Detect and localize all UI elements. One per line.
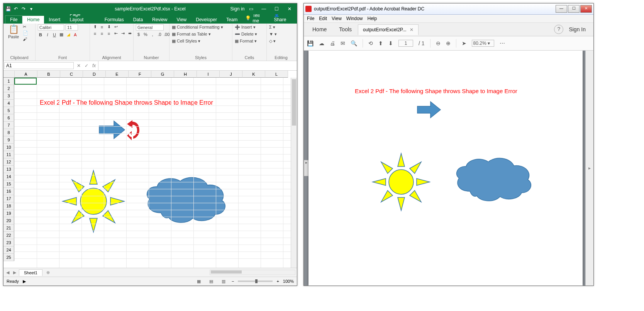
- dec-decimal-button[interactable]: .00: [164, 32, 169, 37]
- more-tools-icon[interactable]: ⋯: [500, 40, 505, 46]
- tab-file[interactable]: File: [5, 15, 22, 24]
- print-icon[interactable]: 🖨: [330, 40, 335, 46]
- tab-insert[interactable]: Insert: [44, 16, 65, 24]
- redo-icon[interactable]: ↷: [20, 6, 27, 12]
- row-header[interactable]: 9: [3, 136, 14, 144]
- undo-icon[interactable]: ↶: [13, 6, 19, 12]
- align-top-button[interactable]: ⬆: [92, 24, 98, 29]
- page-down-icon[interactable]: ⬇: [388, 40, 393, 46]
- bold-button[interactable]: B: [38, 32, 43, 37]
- col-header[interactable]: I: [197, 71, 220, 78]
- acro-tab-tools[interactable]: Tools: [333, 24, 358, 35]
- maximize-button[interactable]: ☐: [271, 6, 283, 12]
- save-icon[interactable]: 💾: [307, 40, 314, 46]
- format-table-button[interactable]: ▦ Format as Table ▾: [172, 31, 223, 37]
- percent-button[interactable]: %: [143, 32, 148, 37]
- col-header[interactable]: J: [220, 71, 242, 78]
- arrow-shape[interactable]: [98, 120, 125, 139]
- tab-developer[interactable]: Developer: [191, 16, 222, 24]
- inc-decimal-button[interactable]: .0: [157, 32, 162, 37]
- acro-signin-button[interactable]: Sign In: [563, 24, 591, 35]
- tab-review[interactable]: Review: [147, 16, 172, 24]
- select-tool-icon[interactable]: ➤: [462, 40, 466, 46]
- select-all-corner[interactable]: [3, 71, 15, 78]
- row-header[interactable]: 14: [3, 173, 14, 180]
- col-header[interactable]: B: [37, 71, 60, 78]
- col-header[interactable]: E: [106, 71, 129, 78]
- acro-close-button[interactable]: ✕: [580, 5, 592, 13]
- row-header[interactable]: 7: [3, 122, 14, 129]
- row-header[interactable]: 6: [3, 114, 14, 122]
- enter-fx-icon[interactable]: ✓: [85, 63, 88, 68]
- row-header[interactable]: 12: [3, 158, 14, 166]
- row-header[interactable]: 25: [3, 254, 14, 261]
- formula-bar[interactable]: [98, 61, 297, 70]
- align-middle-button[interactable]: ≡: [99, 25, 105, 29]
- merge-button[interactable]: ⬌: [127, 31, 132, 36]
- zoom-select[interactable]: 80.2% ▾: [472, 40, 494, 47]
- row-header[interactable]: 13: [3, 166, 14, 173]
- horizontal-scrollbar[interactable]: [210, 270, 295, 275]
- close-button[interactable]: ✕: [284, 6, 295, 12]
- font-size-select[interactable]: 11: [66, 24, 78, 31]
- normal-view-button[interactable]: ▦: [195, 279, 203, 284]
- underline-button[interactable]: U: [52, 32, 57, 37]
- delete-cell-button[interactable]: ➖ Delete ▾: [235, 31, 257, 37]
- tab-home[interactable]: Home: [22, 16, 44, 24]
- row-header[interactable]: 17: [3, 195, 14, 202]
- menu-view[interactable]: View: [332, 16, 342, 21]
- border-button[interactable]: ▦: [59, 32, 64, 37]
- sheet-tab[interactable]: Sheet1: [19, 269, 42, 276]
- cloud-icon[interactable]: ☁: [319, 40, 324, 46]
- acro-tools-strip[interactable]: ▸: [585, 51, 593, 286]
- acro-maximize-button[interactable]: ☐: [568, 5, 580, 13]
- currency-button[interactable]: $: [136, 32, 141, 37]
- zoom-slider[interactable]: [238, 280, 273, 282]
- row-header[interactable]: 18: [3, 202, 14, 210]
- menu-help[interactable]: Help: [368, 16, 377, 21]
- row-header[interactable]: 24: [3, 246, 14, 254]
- pagebreak-view-button[interactable]: ▥: [219, 279, 228, 284]
- format-painter-icon[interactable]: 🖌: [23, 37, 28, 41]
- cond-format-button[interactable]: ▦ Conditional Formatting ▾: [172, 24, 223, 30]
- clear-button[interactable]: ◇ ▾: [269, 38, 277, 44]
- fx-icon[interactable]: fx: [92, 63, 96, 68]
- align-bottom-button[interactable]: ⬇: [106, 24, 112, 29]
- add-sheet-button[interactable]: ⊕: [44, 270, 52, 275]
- align-right-button[interactable]: ≡: [106, 31, 112, 36]
- zoom-out-icon[interactable]: ⊖: [436, 40, 441, 46]
- ribbon-options-icon[interactable]: ▭: [249, 6, 253, 12]
- spreadsheet-grid[interactable]: ABCDEFGHIJKL 123456789101112131415161718…: [3, 71, 297, 268]
- page-number-input[interactable]: 1: [398, 40, 413, 47]
- indent-dec-button[interactable]: ⇤: [113, 31, 119, 36]
- zoom-in-icon[interactable]: ⊕: [446, 40, 451, 46]
- prev-view-icon[interactable]: ⟲: [368, 40, 373, 46]
- wrap-button[interactable]: ↩: [113, 24, 119, 29]
- pagelayout-view-button[interactable]: ▤: [207, 279, 215, 284]
- acro-help-button[interactable]: ?: [554, 25, 563, 34]
- row-header[interactable]: 20: [3, 217, 14, 224]
- row-header[interactable]: 8: [3, 129, 14, 136]
- save-icon[interactable]: 💾: [5, 6, 11, 12]
- indent-inc-button[interactable]: ⇥: [120, 31, 125, 36]
- italic-button[interactable]: I: [45, 32, 50, 37]
- format-cell-button[interactable]: ▦ Format ▾: [235, 38, 257, 44]
- tab-team[interactable]: Team: [222, 16, 242, 24]
- tab-data[interactable]: Data: [129, 16, 147, 24]
- row-header[interactable]: 11: [3, 151, 14, 158]
- cancel-fx-icon[interactable]: ✕: [77, 63, 81, 68]
- font-name-select[interactable]: Calibri: [38, 24, 64, 31]
- paste-button[interactable]: 📋 Paste: [6, 24, 21, 39]
- sheet-nav-prev[interactable]: ◀: [5, 270, 10, 275]
- number-format-select[interactable]: General: [136, 24, 164, 31]
- cloud-shape[interactable]: [142, 174, 230, 228]
- name-box[interactable]: A1: [4, 62, 74, 69]
- row-header[interactable]: 3: [3, 92, 14, 100]
- tellme-search[interactable]: 💡 Tell me: [242, 13, 270, 24]
- col-header[interactable]: D: [83, 71, 106, 78]
- row-header[interactable]: 16: [3, 188, 14, 195]
- vertical-scrollbar[interactable]: [291, 78, 297, 268]
- col-header[interactable]: A: [15, 71, 37, 78]
- zoom-value[interactable]: 100%: [283, 279, 294, 284]
- row-header[interactable]: 10: [3, 144, 14, 151]
